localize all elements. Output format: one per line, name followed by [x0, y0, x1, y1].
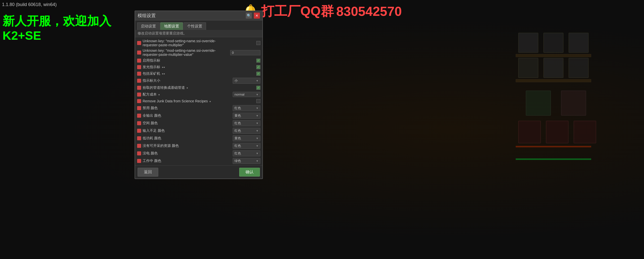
dropdown-arrow-indicator-size: ▼ — [256, 79, 259, 82]
setting-row-working-color: 工作中 颜色 绿色 ▼ — [135, 157, 262, 165]
dropdown-text-no-minable-color: 红色 — [234, 144, 255, 148]
control-paste-multiplier — [230, 41, 260, 45]
dropdown-output-color[interactable]: 黄色 ▼ — [233, 113, 260, 119]
setting-row-output-color: 全输出 颜色 黄色 ▼ — [135, 112, 262, 119]
setting-row-recipe-cost: 配方成本 ● normal ▼ — [135, 91, 262, 98]
control-no-power-color: 红色 ▼ — [230, 150, 260, 156]
dropdown-banned-color[interactable]: 红色 ▼ — [233, 105, 260, 111]
modal-titlebar: 模组设置 🔍 ✕ — [135, 11, 262, 20]
setting-icon-output-color — [137, 114, 141, 118]
tab-personal[interactable]: 个性设置 — [183, 22, 206, 30]
checkbox-enable-indicator[interactable] — [256, 59, 260, 63]
dropdown-arrow-low-power-color: ▼ — [256, 137, 259, 140]
setting-row-no-minable-color: 没有可开采的资源 颜色 红色 ▼ — [135, 142, 262, 150]
checkbox-include-miner[interactable] — [256, 72, 260, 76]
dropdown-recipe-cost[interactable]: normal ▼ — [233, 92, 260, 97]
setting-row-banned-color: 禁用 颜色 红色 ▼ — [135, 104, 262, 112]
label-pipe-convert: 拾取的管道转换成基础管道 ● — [143, 85, 230, 90]
checkbox-remove-junk-data[interactable] — [256, 99, 260, 103]
setting-icon-include-miner — [137, 72, 141, 76]
control-indicator-size: 小 ▼ — [230, 78, 260, 84]
control-enable-indicator — [230, 59, 260, 63]
label-no-minable-color: 没有可开采的资源 颜色 — [143, 144, 230, 148]
setting-row-paste-multiplier: Unknown key: "mod-setting-name.ssi-overr… — [135, 38, 262, 48]
control-paste-multiplier-value — [230, 50, 260, 55]
setting-icon-remove-junk-data — [137, 99, 141, 103]
qq-label: 打工厂QQ群 — [261, 3, 334, 20]
label-paste-multiplier: Unknown key: "mod-setting-name.ssi-overr… — [143, 39, 230, 47]
setting-icon-insufficient-input-color — [137, 129, 141, 133]
setting-icon-paste-multiplier-value — [137, 51, 141, 55]
control-banned-color: 红色 ▼ — [230, 105, 260, 111]
setting-row-enable-indicator: 启用指示标 — [135, 57, 262, 64]
label-glow-indicator: 发光指示标 ●● — [143, 65, 230, 69]
dropdown-working-color[interactable]: 绿色 ▼ — [233, 158, 260, 164]
tab-map[interactable]: 地图设置 — [160, 22, 183, 30]
setting-icon-no-minable-color — [137, 144, 141, 148]
dropdown-text-recipe-cost: normal — [234, 93, 255, 96]
dropdown-indicator-size[interactable]: 小 ▼ — [233, 78, 260, 84]
label-banned-color: 禁用 颜色 — [143, 106, 230, 110]
checkbox-pipe-convert[interactable] — [256, 86, 260, 90]
control-include-miner — [230, 72, 260, 76]
close-button[interactable]: ✕ — [254, 13, 260, 19]
dropdown-idle-color[interactable]: 红色 ▼ — [233, 120, 260, 126]
setting-icon-indicator-size — [137, 79, 141, 83]
setting-row-low-power-color: 低功耗 颜色 黄色 ▼ — [135, 135, 262, 142]
dropdown-no-power-color[interactable]: 红色 ▼ — [233, 150, 260, 156]
control-idle-color: 红色 ▼ — [230, 120, 260, 126]
cancel-button[interactable]: 返回 — [138, 168, 158, 177]
modal-title: 模组设置 — [138, 13, 156, 19]
dropdown-text-banned-color: 红色 — [234, 106, 255, 110]
dropdown-insufficient-input-color[interactable]: 红色 ▼ — [233, 128, 260, 134]
control-insufficient-input-color: 红色 ▼ — [230, 128, 260, 134]
setting-row-paste-multiplier-value: Unknown key: "mod-setting-name.ssi-overr… — [135, 48, 262, 57]
setting-icon-no-power-color — [137, 151, 141, 155]
modal-footer: 返回 确认 — [135, 165, 262, 179]
qq-number: 830542570 — [336, 4, 402, 19]
setting-row-insufficient-input-color: 输入不足 颜色 红色 ▼ — [135, 127, 262, 135]
tabs-container: 启动设置 地图设置 个性设置 — [135, 20, 262, 30]
control-output-color: 黄色 ▼ — [230, 113, 260, 119]
search-button[interactable]: 🔍 — [246, 13, 252, 19]
dropdown-low-power-color[interactable]: 黄色 ▼ — [233, 135, 260, 141]
checkbox-glow-indicator[interactable] — [256, 65, 260, 69]
tab-startup[interactable]: 启动设置 — [137, 22, 160, 30]
qq-header: 🔔 打工厂QQ群 830542570 — [242, 3, 402, 20]
setting-row-glow-indicator: 发光指示标 ●● — [135, 64, 262, 70]
settings-list[interactable]: Unknown key: "mod-setting-name.ssi-overr… — [135, 37, 262, 165]
setting-icon-idle-color — [137, 121, 141, 125]
input-paste-multiplier-value[interactable] — [230, 50, 260, 55]
label-no-power-color: 没电 颜色 — [143, 151, 230, 156]
setting-icon-working-color — [137, 159, 141, 163]
control-glow-indicator — [230, 65, 260, 69]
label-paste-multiplier-value: Unknown key: "mod-setting-name.ssi-overr… — [143, 49, 230, 57]
dropdown-text-working-color: 绿色 — [234, 159, 255, 163]
label-working-color: 工作中 颜色 — [143, 159, 230, 163]
label-idle-color: 空闲 颜色 — [143, 121, 230, 125]
label-low-power-color: 低功耗 颜色 — [143, 136, 230, 141]
confirm-button[interactable]: 确认 — [239, 168, 260, 177]
dropdown-arrow-output-color: ▼ — [256, 114, 259, 117]
control-low-power-color: 黄色 ▼ — [230, 135, 260, 141]
setting-icon-recipe-cost — [137, 93, 141, 97]
checkbox-paste-multiplier[interactable] — [256, 41, 260, 45]
setting-icon-glow-indicator — [137, 65, 141, 69]
label-output-color: 全输出 颜色 — [143, 113, 230, 118]
control-no-minable-color: 红色 ▼ — [230, 143, 260, 149]
control-pipe-convert — [230, 86, 260, 90]
setting-icon-banned-color — [137, 106, 141, 110]
dropdown-text-no-power-color: 红色 — [234, 151, 255, 156]
setting-icon-pipe-convert — [137, 86, 141, 90]
label-include-miner: 包括采矿机 ●● — [143, 71, 230, 76]
control-working-color: 绿色 ▼ — [230, 158, 260, 164]
setting-row-remove-junk-data: Remove Junk Data from Science Recipes ● — [135, 98, 262, 104]
dropdown-arrow-no-power-color: ▼ — [256, 152, 259, 155]
notice-bar: 修改启动设置项需要重启游戏。 — [135, 30, 262, 37]
setting-icon-enable-indicator — [137, 59, 141, 63]
dropdown-arrow-insufficient-input-color: ▼ — [256, 129, 259, 132]
welcome-text: 新人开服，欢迎加入 K2+SE — [3, 14, 111, 43]
dropdown-arrow-no-minable-color: ▼ — [256, 144, 259, 147]
setting-row-no-power-color: 没电 颜色 红色 ▼ — [135, 150, 262, 157]
dropdown-no-minable-color[interactable]: 红色 ▼ — [233, 143, 260, 149]
